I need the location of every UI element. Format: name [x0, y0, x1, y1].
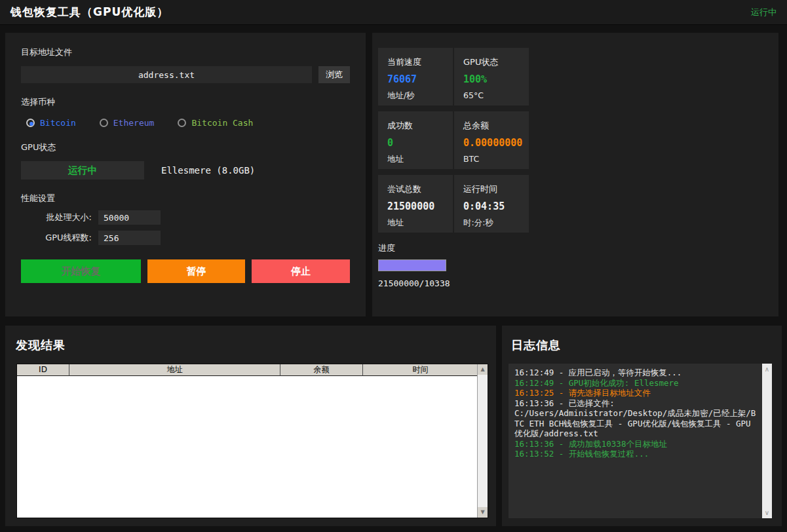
results-table-header: ID 地址 余额 时间: [17, 364, 488, 376]
stat-card-gpu: GPU状态 100% 65°C: [454, 48, 529, 105]
log-line: 16:12:49 - 应用已启动，等待开始恢复...: [514, 368, 756, 378]
performance-settings-label: 性能设置: [21, 193, 350, 204]
stat-value: 21500000: [387, 200, 448, 212]
stat-value: 76067: [387, 73, 448, 85]
stat-label: 尝试总数: [387, 183, 448, 195]
progress-count: 21500000/10338: [378, 278, 778, 288]
gpu-status-indicator: 运行中: [21, 161, 144, 180]
column-header-address[interactable]: 地址: [69, 364, 280, 376]
gpu-status-row: 运行中 Ellesmere (8.0GB): [21, 161, 350, 180]
chevron-down-icon[interactable]: ∨: [762, 509, 772, 516]
stat-unit: 时:分:秒: [463, 218, 524, 229]
stat-label: 总余额: [463, 120, 524, 132]
log-line: 16:13:36 - 已选择文件:: [514, 398, 756, 409]
log-line: 16:13:52 - 开始钱包恢复过程...: [514, 449, 756, 459]
app-title: 钱包恢复工具（GPU优化版）: [10, 5, 168, 20]
action-buttons: 开始恢复 暂停 停止: [21, 259, 350, 283]
gpu-threads-label: GPU线程数:: [21, 232, 92, 244]
progress-bar: [378, 259, 446, 271]
stop-button[interactable]: 停止: [252, 259, 350, 283]
stat-cards: 当前速度 76067 地址/秒 GPU状态 100% 65°C 成功数 0 地址…: [378, 48, 778, 233]
radio-selected-icon: [26, 119, 35, 127]
stats-panel: 当前速度 76067 地址/秒 GPU状态 100% 65°C 成功数 0 地址…: [372, 33, 778, 316]
radio-ethereum-label: Ethereum: [113, 118, 155, 128]
scroll-down-icon[interactable]: ▼: [478, 507, 488, 518]
progress-label: 进度: [378, 242, 778, 254]
stat-unit: 65°C: [463, 90, 524, 100]
radio-bitcoin[interactable]: Bitcoin: [26, 118, 76, 128]
chevron-up-icon[interactable]: ∧: [762, 366, 772, 373]
file-row: 浏览: [21, 66, 350, 83]
log-line: 16:13:36 - 成功加载10338个目标地址: [514, 439, 756, 449]
progress-bar-fill: [379, 260, 446, 271]
results-title: 发现结果: [16, 337, 66, 353]
results-scrollbar[interactable]: ▲ ▼: [477, 364, 488, 518]
target-file-label: 目标地址文件: [21, 47, 350, 58]
gpu-threads-row: GPU线程数:: [21, 231, 350, 245]
batch-size-label: 批处理大小:: [21, 212, 92, 223]
stat-card-runtime: 运行时间 0:04:35 时:分:秒: [454, 175, 529, 233]
titlebar: 钱包恢复工具（GPU优化版） 运行中: [0, 0, 787, 25]
radio-unselected-icon: [178, 119, 186, 127]
log-scrollbar[interactable]: ∧ ∨: [762, 364, 772, 518]
scroll-up-icon[interactable]: ▲: [478, 364, 488, 375]
results-table-body: [17, 376, 477, 518]
column-header-time[interactable]: 时间: [363, 364, 478, 376]
stat-unit: 地址: [387, 218, 448, 229]
log-line: 16:12:49 - GPU初始化成功: Ellesmere: [514, 378, 756, 389]
radio-bitcoin-label: Bitcoin: [40, 118, 76, 128]
stat-value: 0: [387, 137, 448, 149]
results-panel: 发现结果 ID 地址 余额 时间 ▲ ▼: [5, 326, 496, 526]
gpu-status-label: GPU状态: [21, 142, 350, 153]
column-header-id[interactable]: ID: [17, 364, 69, 376]
log-line: C:/Users/Administrator/Desktop/成品未加密/已经上…: [514, 408, 756, 439]
stat-label: 成功数: [387, 120, 448, 132]
batch-size-input[interactable]: [98, 210, 161, 225]
stat-card-attempts: 尝试总数 21500000 地址: [378, 175, 453, 233]
start-recovery-button[interactable]: 开始恢复: [21, 259, 141, 283]
coin-options: Bitcoin Ethereum Bitcoin Cash: [26, 118, 350, 128]
radio-bitcoin-cash-label: Bitcoin Cash: [191, 118, 253, 128]
gpu-device-name: Ellesmere (8.0GB): [161, 165, 255, 176]
stat-value: 0:04:35: [463, 200, 524, 212]
config-panel: 目标地址文件 浏览 选择币种 Bitcoin Ethereum Bitcoin …: [5, 33, 366, 316]
stat-label: 当前速度: [387, 56, 448, 68]
results-table: ID 地址 余额 时间 ▲ ▼: [16, 364, 488, 518]
radio-bitcoin-cash[interactable]: Bitcoin Cash: [178, 118, 253, 128]
stat-card-speed: 当前速度 76067 地址/秒: [378, 48, 453, 105]
browse-button[interactable]: 浏览: [318, 66, 350, 83]
stat-unit: 地址: [387, 154, 448, 165]
coin-select-label: 选择币种: [21, 96, 350, 108]
log-panel: 日志信息 16:12:49 - 应用已启动，等待开始恢复... 16:12:49…: [502, 326, 782, 526]
radio-unselected-icon: [100, 119, 108, 127]
stat-unit: 地址/秒: [387, 90, 448, 102]
column-header-balance[interactable]: 余额: [280, 364, 363, 376]
stat-value: 0.00000000: [463, 137, 524, 149]
batch-size-row: 批处理大小:: [21, 210, 350, 225]
stat-card-success: 成功数 0 地址: [378, 111, 453, 169]
stat-card-balance: 总余额 0.00000000 BTC: [454, 111, 529, 169]
log-title: 日志信息: [511, 337, 561, 353]
log-line: 16:13:25 - 请先选择目标地址文件: [514, 388, 756, 398]
pause-button[interactable]: 暂停: [147, 259, 246, 283]
run-status-badge: 运行中: [751, 7, 777, 18]
gpu-threads-input[interactable]: [98, 231, 161, 245]
stat-value: 100%: [463, 73, 524, 85]
radio-ethereum[interactable]: Ethereum: [100, 118, 155, 128]
stat-label: 运行时间: [463, 183, 524, 195]
log-output: 16:12:49 - 应用已启动，等待开始恢复... 16:12:49 - GP…: [509, 364, 772, 518]
stat-label: GPU状态: [463, 56, 524, 68]
stat-unit: BTC: [463, 154, 524, 164]
address-file-input[interactable]: [21, 66, 312, 83]
